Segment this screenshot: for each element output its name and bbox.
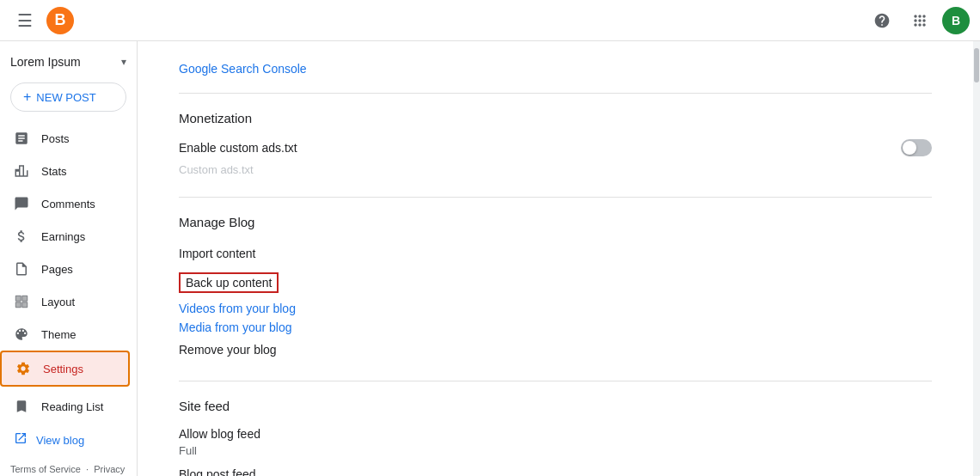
manage-blog-section: Manage Blog Import content Back up conte…	[179, 215, 932, 360]
divider-3	[179, 381, 932, 381]
main-wrapper: Lorem Ipsum ▾ + NEW POST Posts Stats	[0, 41, 980, 476]
site-feed-title: Site feed	[179, 399, 932, 413]
videos-link[interactable]: Videos from your blog	[179, 302, 932, 315]
theme-icon	[14, 326, 29, 342]
remove-blog-item[interactable]: Remove your blog	[179, 339, 932, 360]
comments-label: Comments	[41, 198, 95, 211]
site-feed-section: Site feed Allow blog feed Full Blog post…	[179, 399, 932, 476]
sidebar-item-theme[interactable]: Theme	[0, 318, 130, 351]
custom-ads-placeholder: Custom ads.txt	[179, 163, 932, 176]
plus-icon: +	[23, 89, 31, 105]
blog-name: Lorem Ipsum	[10, 55, 81, 69]
scroll-thumb	[974, 48, 979, 82]
sidebar-item-comments[interactable]: Comments	[0, 187, 130, 220]
new-post-button[interactable]: + NEW POST	[10, 82, 126, 112]
posts-icon	[14, 131, 29, 146]
sidebar-item-reading-list[interactable]: Reading List	[0, 390, 130, 423]
allow-blog-feed-value: Full	[179, 444, 932, 457]
manage-blog-title: Manage Blog	[179, 215, 932, 229]
dropdown-arrow-icon[interactable]: ▾	[121, 56, 126, 68]
privacy-link[interactable]: Privacy	[94, 464, 125, 474]
comments-icon	[14, 196, 29, 211]
posts-label: Posts	[41, 132, 70, 145]
layout-icon	[14, 294, 29, 309]
sidebar-item-view-blog[interactable]: View blog	[0, 423, 137, 457]
user-avatar[interactable]: B	[942, 7, 970, 34]
back-up-content-item[interactable]: Back up content	[179, 272, 279, 293]
pages-icon	[14, 261, 29, 277]
media-link[interactable]: Media from your blog	[179, 320, 932, 334]
stats-label: Stats	[41, 165, 67, 178]
sidebar-item-posts[interactable]: Posts	[0, 122, 130, 155]
theme-label: Theme	[41, 328, 76, 341]
sidebar-item-settings[interactable]: Settings	[0, 351, 130, 387]
earnings-label: Earnings	[41, 230, 85, 243]
topbar: ☰ B B	[0, 0, 980, 41]
monetization-section: Monetization Enable custom ads.txt Custo…	[179, 111, 932, 176]
scrollbar[interactable]	[973, 41, 980, 476]
reading-list-icon	[14, 399, 29, 414]
menu-icon[interactable]: ☰	[10, 3, 40, 38]
earnings-icon	[14, 229, 29, 244]
enable-custom-ads-toggle[interactable]	[901, 139, 932, 156]
allow-blog-feed-label: Allow blog feed	[179, 427, 932, 441]
blog-post-feed-label: Blog post feed	[179, 467, 932, 476]
sidebar-item-layout[interactable]: Layout	[0, 285, 130, 318]
external-link-icon	[14, 431, 28, 449]
enable-custom-ads-row: Enable custom ads.txt	[179, 139, 932, 156]
sidebar-header: Lorem Ipsum ▾	[0, 48, 137, 76]
enable-custom-ads-label: Enable custom ads.txt	[179, 141, 297, 155]
apps-icon[interactable]	[904, 5, 935, 36]
sidebar-item-stats[interactable]: Stats	[0, 155, 130, 187]
sidebar-nav: Posts Stats Comments Earnings	[0, 122, 137, 387]
layout-label: Layout	[41, 296, 75, 308]
stats-icon	[14, 163, 29, 179]
sidebar-item-earnings[interactable]: Earnings	[0, 220, 130, 253]
view-blog-label: View blog	[36, 434, 84, 447]
pages-label: Pages	[41, 263, 73, 276]
divider-2	[179, 197, 932, 198]
divider-1	[179, 93, 932, 94]
monetization-title: Monetization	[179, 111, 932, 125]
google-search-console-link[interactable]: Google Search Console	[179, 62, 307, 76]
sidebar: Lorem Ipsum ▾ + NEW POST Posts Stats	[0, 41, 138, 476]
blogger-logo: B	[46, 7, 74, 34]
sidebar-footer: Terms of Service · Privacy Content Polic…	[0, 457, 137, 476]
help-icon[interactable]	[867, 5, 897, 36]
settings-icon	[15, 361, 31, 376]
terms-link[interactable]: Terms of Service	[10, 464, 81, 474]
reading-list-label: Reading List	[41, 400, 103, 413]
new-post-label: NEW POST	[36, 91, 95, 104]
main-content: Google Search Console Monetization Enabl…	[138, 41, 973, 476]
sidebar-item-pages[interactable]: Pages	[0, 253, 130, 285]
import-content-item[interactable]: Import content	[179, 243, 932, 264]
settings-label: Settings	[43, 363, 83, 375]
